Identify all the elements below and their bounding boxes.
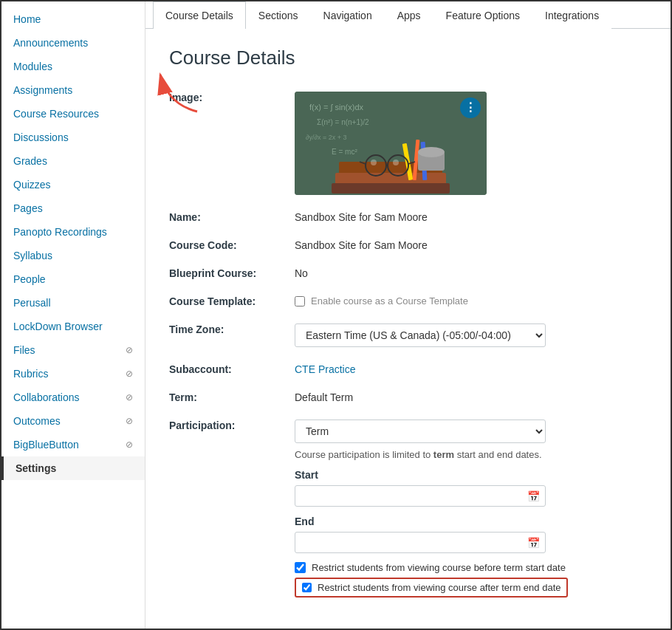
sidebar-link-files[interactable]: Files xyxy=(13,344,35,356)
sidebar-link-panopto[interactable]: Panopto Recordings xyxy=(13,226,107,238)
restrict-row-1: Restrict students from viewing course be… xyxy=(295,562,647,573)
timezone-label: Time Zone: xyxy=(169,319,295,335)
start-date-input[interactable] xyxy=(295,485,546,507)
template-checkbox[interactable] xyxy=(295,296,305,307)
sidebar-item-perusall[interactable]: Perusall xyxy=(1,291,145,315)
sidebar-link-lockdown[interactable]: LockDown Browser xyxy=(13,321,103,332)
tab-apps[interactable]: Apps xyxy=(385,1,433,29)
sidebar-item-syllabus[interactable]: Syllabus xyxy=(1,244,145,267)
svg-text:∂y/∂x = 2x + 3: ∂y/∂x = 2x + 3 xyxy=(306,134,346,141)
eye-slash-icon: ⊘ xyxy=(126,392,133,403)
course-image: f(x) = ∫ sin(x)dx Σ(n²) = n(n+1)/2 ∂y/∂x… xyxy=(295,92,487,195)
end-date-input[interactable] xyxy=(295,532,546,553)
restrict-after-highlighted: Restrict students from viewing course af… xyxy=(295,578,568,598)
sidebar-item-pages[interactable]: Pages xyxy=(1,196,145,220)
sidebar-item-modules[interactable]: Modules xyxy=(1,55,145,78)
timezone-row: Time Zone: Eastern Time (US & Canada) (-… xyxy=(169,319,647,347)
arrow-indicator xyxy=(153,67,212,121)
tab-navigation[interactable]: Navigation xyxy=(311,1,385,29)
term-value: Default Term xyxy=(295,387,647,403)
sidebar-link-home[interactable]: Home xyxy=(13,13,41,25)
restrict-before-checkbox[interactable] xyxy=(295,562,306,573)
sidebar-link-course-resources[interactable]: Course Resources xyxy=(13,108,99,120)
sidebar-item-files[interactable]: Files ⊘ xyxy=(1,338,145,362)
sidebar-link-bigbluebutton[interactable]: BigBlueButton xyxy=(13,439,79,451)
sidebar-item-grades[interactable]: Grades xyxy=(1,149,145,173)
eye-slash-icon: ⊘ xyxy=(126,416,133,426)
sidebar-link-modules[interactable]: Modules xyxy=(13,61,52,72)
sidebar-item-announcements[interactable]: Announcements xyxy=(1,31,145,55)
template-row: Course Template: Enable course as a Cour… xyxy=(169,291,647,307)
course-code-value: Sandbox Site for Sam Moore xyxy=(295,235,647,251)
svg-rect-7 xyxy=(335,173,446,185)
sidebar-item-panopto[interactable]: Panopto Recordings xyxy=(1,220,145,244)
blueprint-label: Blueprint Course: xyxy=(169,263,295,279)
tab-course-details[interactable]: Course Details xyxy=(153,1,246,29)
term-label: Term: xyxy=(169,387,295,403)
term-row: Term: Default Term xyxy=(169,387,647,403)
start-label: Start xyxy=(295,469,647,481)
sidebar-link-grades[interactable]: Grades xyxy=(13,155,47,167)
sidebar-item-rubrics[interactable]: Rubrics ⊘ xyxy=(1,362,145,386)
content-area: Course Details Image: f(x) = ∫ sin(x)dx … xyxy=(145,29,671,629)
eye-slash-icon: ⊘ xyxy=(126,369,133,379)
tab-integrations[interactable]: Integrations xyxy=(532,1,611,29)
sidebar-label-settings: Settings xyxy=(16,462,56,474)
subaccount-value: CTE Practice xyxy=(295,359,647,375)
sidebar-link-quizzes[interactable]: Quizzes xyxy=(13,179,51,191)
sidebar-link-perusall[interactable]: Perusall xyxy=(13,297,51,309)
sidebar-link-people[interactable]: People xyxy=(13,273,46,285)
subaccount-label: Subaccount: xyxy=(169,359,295,375)
image-menu-button[interactable]: ⋮ xyxy=(460,97,481,118)
calendar-icon[interactable]: 📅 xyxy=(527,490,540,502)
tab-bar: Course Details Sections Navigation Apps … xyxy=(145,1,671,29)
sidebar-link-announcements[interactable]: Announcements xyxy=(13,37,88,49)
sidebar-item-discussions[interactable]: Discussions xyxy=(1,126,145,149)
timezone-select[interactable]: Eastern Time (US & Canada) (-05:00/-04:0… xyxy=(295,323,546,347)
tab-feature-options[interactable]: Feature Options xyxy=(433,1,532,29)
svg-point-21 xyxy=(393,160,399,165)
sidebar-link-discussions[interactable]: Discussions xyxy=(13,131,69,143)
sidebar-link-outcomes[interactable]: Outcomes xyxy=(13,415,61,427)
sidebar-item-course-resources[interactable]: Course Resources xyxy=(1,102,145,126)
end-label: End xyxy=(295,516,647,527)
sidebar-link-syllabus[interactable]: Syllabus xyxy=(13,250,52,261)
restrict-before-label: Restrict students from viewing course be… xyxy=(312,562,566,573)
sidebar-item-assignments[interactable]: Assignments xyxy=(1,78,145,102)
sidebar-link-assignments[interactable]: Assignments xyxy=(13,84,72,96)
restrict-after-checkbox[interactable] xyxy=(302,583,312,592)
svg-point-14 xyxy=(418,147,445,157)
course-code-label: Course Code: xyxy=(169,235,295,251)
tab-sections[interactable]: Sections xyxy=(246,1,311,29)
sidebar-item-bigbluebutton[interactable]: BigBlueButton ⊘ xyxy=(1,433,145,456)
sidebar-item-lockdown[interactable]: LockDown Browser xyxy=(1,315,145,338)
sidebar-item-quizzes[interactable]: Quizzes xyxy=(1,173,145,196)
sidebar-item-collaborations[interactable]: Collaborations ⊘ xyxy=(1,386,145,409)
participation-row: Participation: Term Course Course partic… xyxy=(169,415,647,598)
sidebar: Home Announcements Modules Assignments C… xyxy=(1,1,145,629)
eye-slash-icon: ⊘ xyxy=(126,439,133,450)
sidebar-item-people[interactable]: People xyxy=(1,267,145,291)
participation-note: Course participation is limited to term … xyxy=(295,449,647,460)
end-date-wrap: 📅 xyxy=(295,532,546,553)
name-label: Name: xyxy=(169,207,295,223)
image-container: f(x) = ∫ sin(x)dx Σ(n²) = n(n+1)/2 ∂y/∂x… xyxy=(295,87,647,195)
sidebar-item-home[interactable]: Home xyxy=(1,7,145,31)
restrict-section: Restrict students from viewing course be… xyxy=(295,562,647,598)
participation-select[interactable]: Term Course xyxy=(295,420,546,443)
eye-slash-icon: ⊘ xyxy=(126,345,133,355)
svg-point-20 xyxy=(371,160,377,165)
name-row: Name: Sandbox Site for Sam Moore xyxy=(169,207,647,223)
sidebar-link-rubrics[interactable]: Rubrics xyxy=(13,368,48,380)
start-date-wrap: 📅 xyxy=(295,485,546,507)
sidebar-item-settings[interactable]: Settings xyxy=(1,456,145,480)
sidebar-link-pages[interactable]: Pages xyxy=(13,202,43,214)
image-row: Image: f(x) = ∫ sin(x)dx Σ(n²) = n(n+1)/… xyxy=(169,87,647,195)
svg-rect-8 xyxy=(332,183,450,194)
calendar-icon-end[interactable]: 📅 xyxy=(527,537,540,549)
timezone-value: Eastern Time (US & Canada) (-05:00/-04:0… xyxy=(295,319,647,347)
sidebar-item-outcomes[interactable]: Outcomes ⊘ xyxy=(1,409,145,433)
subaccount-link[interactable]: CTE Practice xyxy=(295,363,355,375)
more-options-icon: ⋮ xyxy=(464,102,476,114)
sidebar-link-collaborations[interactable]: Collaborations xyxy=(13,391,80,403)
